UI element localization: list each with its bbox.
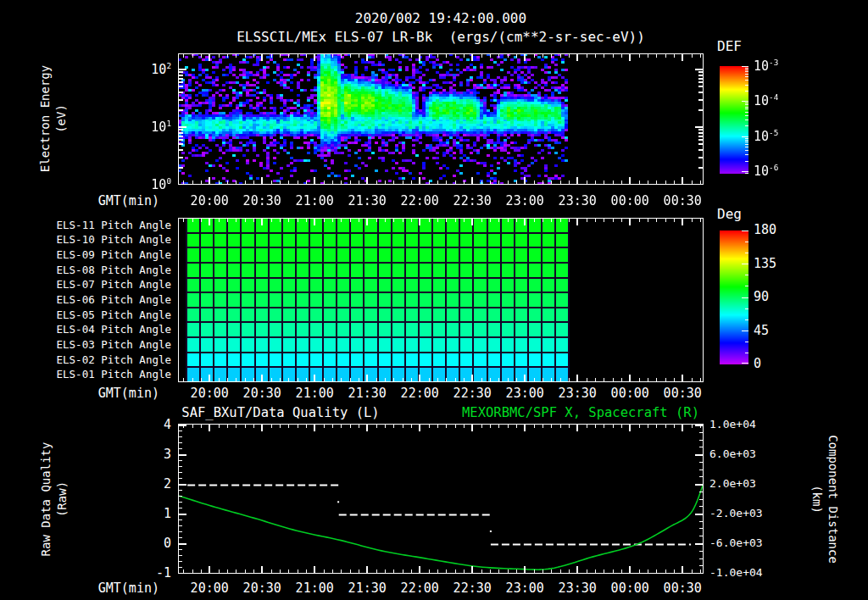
pitch-row-label: ELS-08 Pitch Angle (25, 264, 171, 276)
pitch-row-label: ELS-04 Pitch Angle (25, 323, 171, 336)
distance-axis-tick-label: -1.0e+04 (709, 566, 771, 579)
time-tick-label: 22:30 (442, 581, 502, 596)
time-tick-label: 23:30 (548, 581, 607, 596)
spectrogram-axis-canvas (178, 53, 704, 185)
electron-energy-axis-label: Electron Energy (eV) (37, 25, 70, 212)
pitch-row-label: ELS-06 Pitch Angle (25, 293, 171, 306)
distance-axis-tick-label: 1.0e+04 (709, 418, 771, 431)
time-tick-label: 23:00 (495, 193, 554, 208)
time-tick-label: 20:30 (232, 386, 292, 401)
time-tick-label: 23:00 (495, 386, 554, 401)
pitch-angle-grid-canvas (178, 218, 704, 382)
gmt-axis-label: GMT(min) (81, 193, 159, 208)
time-tick-label: 23:30 (548, 386, 607, 401)
time-tick-label: 22:00 (390, 581, 449, 596)
energy-axis-tick-label: 100 (125, 176, 171, 192)
time-tick-label: 20:30 (232, 193, 292, 208)
pitch-row-label: ELS-05 Pitch Angle (25, 308, 171, 321)
pitch-row-label: ELS-02 Pitch Angle (25, 353, 171, 366)
gmt-axis-label: GMT(min) (81, 386, 159, 401)
time-tick-label: 21:30 (337, 386, 397, 401)
quality-axis-tick-label: 4 (124, 417, 171, 432)
pitch-row-label: ELS-03 Pitch Angle (25, 338, 171, 351)
quality-axis-tick-label: 2 (124, 476, 171, 492)
distance-axis-tick-label: 6.0e+03 (709, 447, 771, 460)
time-tick-label: 23:00 (495, 581, 554, 596)
time-tick-label: 20:00 (180, 193, 239, 208)
def-colorbar-tick-label: 10-3 (754, 58, 778, 74)
quality-distance-chart-canvas (178, 424, 704, 574)
deg-colorbar-canvas (720, 231, 748, 364)
def-colorbar-canvas (720, 66, 748, 174)
quality-axis-tick-label: 3 (124, 447, 171, 462)
time-tick-label: 22:30 (442, 193, 502, 208)
time-tick-label: 00:00 (600, 386, 659, 401)
plot-title: ELSSCIL/MEx ELS-07 LR-Bk (ergs/(cm**2-sr… (136, 29, 746, 45)
def-colorbar-tick-label: 10-6 (754, 163, 778, 179)
quality-chart-title-right: MEXORBMC/SPF X, Spacecraft (R) (453, 405, 708, 420)
time-tick-label: 21:00 (285, 581, 344, 596)
deg-colorbar-tick-label: 180 (754, 222, 776, 237)
distance-axis-tick-label: 2.0e+03 (709, 477, 771, 490)
time-tick-label: 21:00 (285, 386, 344, 401)
quality-chart-title-left: SAF_BXuT/Data Quality (L) (176, 405, 385, 420)
def-colorbar-title: DEF (717, 38, 742, 54)
time-tick-label: 22:00 (390, 193, 449, 208)
time-tick-label: 20:00 (180, 581, 239, 596)
deg-colorbar-tick-label: 45 (754, 323, 769, 338)
deg-colorbar-tick-label: 0 (754, 356, 761, 371)
energy-axis-tick-label: 101 (125, 119, 171, 135)
time-tick-label: 00:30 (653, 193, 712, 208)
datetime-title: 2020/002 19:42:00.000 (178, 10, 704, 26)
pitch-row-label: ELS-09 Pitch Angle (25, 248, 171, 261)
quality-axis-tick-label: 0 (124, 536, 171, 551)
quality-axis-tick-label: 1 (124, 506, 171, 521)
raw-data-quality-axis-label: Raw Data Quality (Raw) (38, 406, 70, 592)
els-science-display: 2020/002 19:42:00.000 ELSSCIL/MEx ELS-07… (0, 0, 868, 600)
component-distance-axis-label: Component Distance (km) (809, 402, 841, 597)
gmt-axis-label: GMT(min) (81, 581, 159, 596)
time-tick-label: 22:00 (390, 386, 449, 401)
distance-axis-tick-label: -6.0e+03 (709, 536, 771, 549)
time-tick-label: 21:30 (337, 581, 397, 596)
pitch-row-label: ELS-01 Pitch Angle (25, 368, 171, 381)
def-colorbar-tick-label: 10-4 (754, 92, 778, 108)
time-tick-label: 20:00 (180, 386, 239, 401)
quality-axis-tick-label: -1 (124, 565, 171, 581)
deg-colorbar-tick-label: 135 (754, 256, 776, 271)
time-tick-label: 21:00 (285, 193, 344, 208)
time-tick-label: 00:30 (653, 581, 712, 596)
time-tick-label: 22:30 (442, 386, 502, 401)
deg-colorbar-title: Deg (717, 206, 742, 222)
energy-axis-tick-label: 102 (125, 61, 171, 77)
time-tick-label: 00:00 (600, 581, 659, 596)
pitch-row-label: ELS-11 Pitch Angle (25, 219, 171, 231)
def-colorbar-tick-label: 10-5 (754, 128, 778, 144)
pitch-row-label: ELS-07 Pitch Angle (25, 278, 171, 291)
time-tick-label: 00:30 (653, 386, 712, 401)
time-tick-label: 23:30 (548, 193, 607, 208)
deg-colorbar-tick-label: 90 (754, 289, 769, 304)
time-tick-label: 21:30 (337, 193, 397, 208)
distance-axis-tick-label: -2.0e+03 (709, 507, 771, 519)
time-tick-label: 20:30 (232, 581, 292, 596)
pitch-row-label: ELS-10 Pitch Angle (25, 233, 171, 246)
time-tick-label: 00:00 (600, 193, 659, 208)
